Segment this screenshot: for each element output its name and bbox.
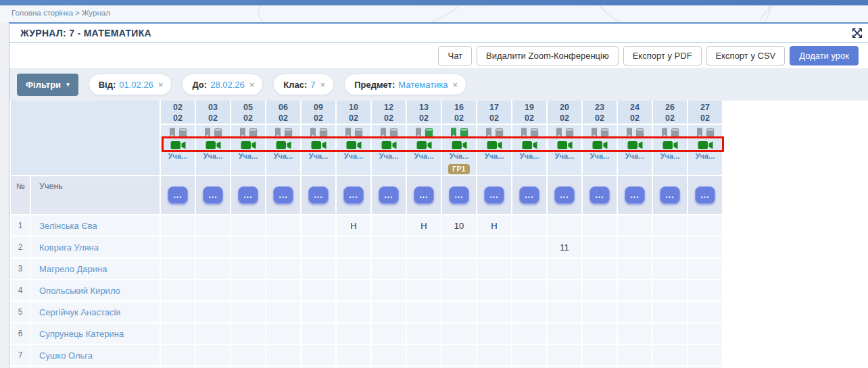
- video-conference-icon[interactable]: [452, 140, 467, 151]
- grade-cell[interactable]: Н: [337, 215, 370, 236]
- grade-cell[interactable]: [196, 345, 230, 365]
- date-column-header[interactable]: 02 02: [161, 101, 195, 124]
- video-conference-icon[interactable]: [381, 140, 397, 151]
- grade-cell[interactable]: [653, 259, 687, 279]
- remove-filter-icon[interactable]: ×: [158, 80, 164, 90]
- column-menu-button[interactable]: ...: [168, 186, 188, 204]
- grade-cell[interactable]: [337, 323, 370, 344]
- grade-cell[interactable]: [477, 323, 511, 344]
- grade-cell[interactable]: [618, 215, 652, 236]
- expand-arrows-icon[interactable]: [852, 28, 863, 38]
- video-conference-icon[interactable]: [241, 140, 256, 151]
- grade-cell[interactable]: [302, 259, 335, 279]
- breadcrumb-item[interactable]: Головна сторінка: [11, 9, 73, 17]
- grade-cell[interactable]: [231, 259, 265, 279]
- column-menu-button[interactable]: ...: [203, 186, 223, 204]
- date-column-header[interactable]: 23 02: [583, 101, 617, 124]
- add-lesson-button[interactable]: Додати урок: [790, 46, 859, 65]
- homework-book-icon[interactable]: [529, 128, 539, 138]
- grade-cell[interactable]: [548, 323, 581, 344]
- grade-cell[interactable]: [407, 280, 441, 300]
- grade-cell[interactable]: [688, 237, 722, 257]
- grade-cell[interactable]: [161, 302, 195, 322]
- chat-button[interactable]: Чат: [438, 46, 472, 65]
- grade-cell[interactable]: [442, 323, 476, 344]
- grade-cell[interactable]: [302, 345, 335, 365]
- grade-cell[interactable]: [196, 323, 230, 344]
- export-pdf-button[interactable]: Експорт у PDF: [623, 46, 702, 65]
- bookmark-icon[interactable]: [204, 128, 211, 138]
- bookmark-icon[interactable]: [239, 128, 246, 138]
- participants-link[interactable]: Уча...: [590, 152, 610, 160]
- student-name-link[interactable]: Зелінська Єва: [31, 215, 160, 236]
- grade-cell[interactable]: [231, 280, 265, 300]
- grade-cell[interactable]: [688, 215, 722, 236]
- grade-cell[interactable]: 11: [548, 237, 581, 257]
- date-column-header[interactable]: 27 02: [688, 101, 722, 124]
- grade-cell[interactable]: [653, 323, 687, 344]
- video-conference-icon[interactable]: [416, 140, 432, 151]
- grade-cell[interactable]: [266, 259, 300, 279]
- grade-cell[interactable]: [688, 280, 722, 300]
- grade-cell[interactable]: [618, 323, 652, 344]
- filter-pill-class[interactable]: Клас: 7 ×: [273, 74, 334, 95]
- grade-cell[interactable]: [688, 323, 722, 344]
- student-name-link[interactable]: Магрело Дарина: [31, 259, 160, 279]
- date-column-header[interactable]: 12 02: [372, 101, 406, 124]
- grade-cell[interactable]: [583, 302, 617, 322]
- grade-cell[interactable]: [337, 302, 370, 322]
- grade-cell[interactable]: [442, 302, 476, 322]
- filter-pill-date-to[interactable]: До: 28.02.26 ×: [182, 74, 263, 95]
- homework-book-icon[interactable]: [494, 128, 504, 138]
- grade-cell[interactable]: [196, 280, 230, 300]
- grade-cell[interactable]: [688, 302, 722, 322]
- homework-book-icon[interactable]: [705, 128, 715, 138]
- delete-zoom-conference-button[interactable]: Видалити Zoom-Конференцію: [477, 46, 619, 65]
- grade-cell[interactable]: [337, 259, 370, 279]
- grade-cell[interactable]: [231, 323, 265, 344]
- student-name-link[interactable]: Опольський Кирило: [31, 280, 160, 300]
- homework-book-icon[interactable]: [600, 128, 609, 138]
- column-menu-button[interactable]: ...: [660, 186, 680, 204]
- grade-cell[interactable]: 10: [442, 215, 476, 236]
- grade-cell[interactable]: [583, 280, 617, 300]
- column-menu-button[interactable]: ...: [414, 186, 434, 204]
- grade-cell[interactable]: [266, 237, 300, 257]
- grade-cell[interactable]: [266, 280, 300, 300]
- grade-cell[interactable]: [653, 302, 687, 322]
- bookmark-icon[interactable]: [274, 128, 281, 138]
- grade-cell[interactable]: [161, 323, 195, 344]
- homework-book-icon[interactable]: [178, 128, 187, 138]
- grade-cell[interactable]: [583, 323, 617, 344]
- student-name-link[interactable]: Супрунець Катерина: [31, 323, 160, 344]
- homework-book-icon[interactable]: [564, 128, 574, 138]
- column-menu-button[interactable]: ...: [308, 186, 329, 204]
- grade-cell[interactable]: [477, 345, 511, 365]
- remove-filter-icon[interactable]: ×: [453, 80, 458, 90]
- video-conference-icon[interactable]: [170, 140, 186, 151]
- grade-cell[interactable]: [512, 259, 546, 279]
- homework-book-icon[interactable]: [670, 128, 679, 138]
- bookmark-icon[interactable]: [485, 128, 492, 138]
- bookmark-icon[interactable]: [380, 128, 387, 138]
- grade-cell[interactable]: [548, 302, 581, 322]
- date-column-header[interactable]: 06 02: [266, 101, 300, 124]
- homework-book-icon[interactable]: [635, 128, 644, 138]
- grade-cell[interactable]: [231, 345, 265, 365]
- column-menu-button[interactable]: ...: [449, 186, 469, 204]
- column-menu-button[interactable]: ...: [695, 186, 715, 204]
- grade-cell[interactable]: [372, 345, 406, 365]
- column-menu-button[interactable]: ...: [379, 186, 399, 204]
- column-menu-button[interactable]: ...: [554, 186, 575, 204]
- grade-cell[interactable]: [442, 345, 476, 365]
- grade-cell[interactable]: [548, 345, 581, 365]
- grade-cell[interactable]: [477, 259, 511, 279]
- video-conference-icon[interactable]: [311, 140, 327, 151]
- grade-cell[interactable]: [337, 237, 370, 257]
- grade-cell[interactable]: [653, 280, 687, 300]
- homework-book-icon[interactable]: [318, 128, 328, 138]
- grade-cell[interactable]: [302, 280, 335, 300]
- student-name-link[interactable]: Сергійчук Анастасія: [31, 302, 160, 322]
- grade-cell[interactable]: [688, 345, 722, 365]
- grade-cell[interactable]: [337, 345, 370, 365]
